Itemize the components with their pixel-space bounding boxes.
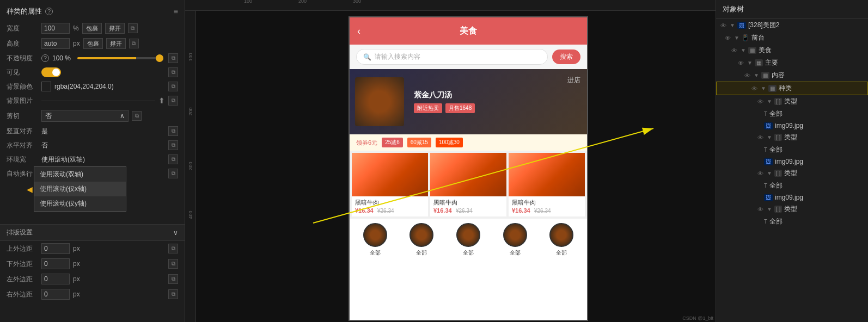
cat-label-3: 全部 xyxy=(463,249,474,257)
toggle-qiantai[interactable]: ▼ xyxy=(734,35,739,41)
featured-goto[interactable]: 进店 xyxy=(567,76,580,85)
layout-section-header[interactable]: 排版设置 ∨ xyxy=(0,224,185,241)
toggle-zhonglei[interactable]: ▼ xyxy=(761,85,766,91)
help-icon[interactable]: ? xyxy=(45,8,53,15)
height-copy-btn[interactable]: ⧉ xyxy=(129,39,139,48)
cat-item-5[interactable]: 全部 xyxy=(549,223,573,257)
padding-left-input[interactable] xyxy=(41,274,70,284)
tree-item-leixing2[interactable]: 👁 ▼ [ ] 类型 xyxy=(716,131,868,144)
eye-icon-leixing2[interactable]: 👁 xyxy=(757,134,763,141)
cat-item-3[interactable]: 全部 xyxy=(456,223,480,257)
toggle-zhuyao[interactable]: ▼ xyxy=(747,60,753,66)
cat-item-1[interactable]: 全部 xyxy=(363,223,387,257)
height-input[interactable] xyxy=(41,38,70,49)
tree-item-img2[interactable]: 🖼 img09.jpg xyxy=(716,156,868,167)
food-item-2[interactable]: 黑暗牛肉 ¥16.34 ¥26.34 xyxy=(430,153,506,216)
tree-item-quanbu2[interactable]: T 全部 xyxy=(716,144,868,156)
meishi-label: 美食 xyxy=(759,46,864,55)
canvas-content: 100 200 300 400 ‹ 美食 🔍 请输入搜索内容 搜索 xyxy=(185,11,716,322)
height-wrap-btn[interactable]: 包裹 xyxy=(83,38,103,49)
padding-right-input[interactable] xyxy=(41,289,70,300)
phone-title: 美食 xyxy=(460,26,477,37)
tree-item-meishi[interactable]: 👁 ▼ ▦ 美食 xyxy=(716,44,868,57)
toggle-meishi[interactable]: ▼ xyxy=(741,47,746,53)
padding-top-row: 上外边距 px ⧉ xyxy=(0,241,185,256)
clip-select[interactable]: 否 ∧ xyxy=(41,110,129,122)
eye-icon-root[interactable]: 👁 xyxy=(720,22,726,29)
eye-icon-leixing3[interactable]: 👁 xyxy=(757,170,763,177)
opacity-help-icon[interactable]: ? xyxy=(41,54,49,62)
food-item-3[interactable]: 黑暗牛肉 ¥16.34 ¥26.34 xyxy=(509,153,585,216)
eye-icon-leixing1[interactable]: 👁 xyxy=(757,98,763,105)
tree-item-root[interactable]: 👁 ▼ 🖼 [328]美团2 xyxy=(716,19,868,32)
dropdown-item-x[interactable]: 使用滚动(仅x轴) ◀ xyxy=(34,182,126,196)
eye-icon-qiantai[interactable]: 👁 xyxy=(725,35,731,41)
padding-left-row: 左外边距 px ⧉ xyxy=(0,271,185,287)
padding-right-copy-btn[interactable]: ⧉ xyxy=(168,289,178,299)
zhuyao-icon: ▦ xyxy=(755,59,763,66)
eye-icon-meishi[interactable]: 👁 xyxy=(731,47,737,54)
back-button[interactable]: ‹ xyxy=(357,26,360,37)
toggle-leixing3[interactable]: ▼ xyxy=(767,170,772,176)
tree-item-img3[interactable]: 🖼 img09.jpg xyxy=(716,192,868,203)
tree-item-quanbu3[interactable]: T 全部 xyxy=(716,179,868,192)
padding-top-input[interactable] xyxy=(41,243,70,254)
width-wrap-btn[interactable]: 包裹 xyxy=(82,23,102,34)
opacity-copy-btn[interactable]: ⧉ xyxy=(168,53,178,63)
tree-item-neirong[interactable]: 👁 ▼ ▦ 内容 xyxy=(716,69,868,82)
tree-item-leixing1[interactable]: 👁 ▼ [ ] 类型 xyxy=(716,95,868,108)
width-stretch-btn[interactable]: 撑开 xyxy=(105,23,125,34)
toggle-neirong[interactable]: ▼ xyxy=(754,72,759,78)
tree-item-quanbu4[interactable]: T 全部 xyxy=(716,215,868,228)
width-input[interactable] xyxy=(41,23,70,34)
tree-item-leixing4[interactable]: 👁 ▼ [ ] 类型 xyxy=(716,203,868,215)
food-item-1[interactable]: 黑暗牛肉 ¥16.34 ¥26.34 xyxy=(352,153,428,216)
eye-icon-leixing4[interactable]: 👁 xyxy=(757,206,763,213)
toggle-leixing2[interactable]: ▼ xyxy=(767,134,772,140)
toggle-leixing1[interactable]: ▼ xyxy=(767,98,772,104)
vert-align-copy-btn[interactable]: ⧉ xyxy=(168,126,178,136)
visible-toggle[interactable] xyxy=(41,67,61,77)
height-stretch-btn[interactable]: 撑开 xyxy=(106,38,126,49)
horiz-align-copy-btn[interactable]: ⧉ xyxy=(168,140,178,150)
search-button[interactable]: 搜索 xyxy=(552,49,580,64)
coupon-tag-3[interactable]: 100减30 xyxy=(436,138,463,147)
upload-icon[interactable]: ⬆ xyxy=(158,96,165,105)
padding-bottom-copy-btn[interactable]: ⧉ xyxy=(168,259,178,269)
badge-hot: 附近热卖 xyxy=(414,103,442,113)
tree-item-leixing3[interactable]: 👁 ▼ [ ] 类型 xyxy=(716,167,868,179)
toggle-root[interactable]: ▼ xyxy=(730,22,735,28)
tree-item-zhuyao[interactable]: 👁 ▼ ▦ 主要 xyxy=(716,57,868,69)
width-copy-btn[interactable]: ⧉ xyxy=(128,23,138,33)
opacity-slider[interactable] xyxy=(77,57,162,59)
tree-item-qiantai[interactable]: 👁 ▼ 📱 前台 xyxy=(716,32,868,44)
tree-item-quanbu1[interactable]: T 全部 xyxy=(716,108,868,120)
search-input-box[interactable]: 🔍 请输入搜索内容 xyxy=(356,49,548,65)
badge-row: 附近热卖 月售1648 xyxy=(414,103,583,113)
padding-top-copy-btn[interactable]: ⧉ xyxy=(168,244,178,253)
bg-color-swatch[interactable] xyxy=(41,82,51,91)
padding-bottom-input[interactable] xyxy=(41,258,70,269)
clip-copy-btn[interactable]: ⧉ xyxy=(132,111,142,121)
eye-icon-neirong[interactable]: 👁 xyxy=(744,72,750,79)
env-width-copy-btn[interactable]: ⧉ xyxy=(168,154,178,164)
toggle-leixing4[interactable]: ▼ xyxy=(767,206,772,212)
padding-left-copy-btn[interactable]: ⧉ xyxy=(168,274,178,284)
tree-item-img1[interactable]: 🖼 img09.jpg xyxy=(716,120,868,131)
opacity-slider-thumb[interactable] xyxy=(156,54,163,62)
menu-icon[interactable]: ≡ xyxy=(174,7,178,16)
bg-color-copy-btn[interactable]: ⧉ xyxy=(168,82,178,91)
eye-icon-zhonglei[interactable]: 👁 xyxy=(751,85,757,92)
dropdown-item-dual[interactable]: 使用滚动(双轴) xyxy=(34,167,126,182)
coupon-tag-1[interactable]: 25减6 xyxy=(382,138,403,147)
cat-item-4[interactable]: 全部 xyxy=(503,223,527,257)
cat-item-2[interactable]: 全部 xyxy=(409,223,433,257)
eye-icon-zhuyao[interactable]: 👁 xyxy=(738,60,744,66)
food-info-3: 黑暗牛肉 ¥16.34 ¥26.34 xyxy=(509,196,585,216)
visible-copy-btn[interactable]: ⧉ xyxy=(168,67,178,77)
tree-item-zhonglei[interactable]: 👁 ▼ ▦ 种类 xyxy=(716,82,868,95)
dropdown-item-y[interactable]: 使用滚动(仅y轴) xyxy=(34,196,126,211)
auto-wrap-copy-btn[interactable]: ⧉ xyxy=(168,169,178,178)
coupon-tag-2[interactable]: 60减15 xyxy=(407,138,431,147)
bg-image-copy-btn[interactable]: ⧉ xyxy=(168,96,178,106)
